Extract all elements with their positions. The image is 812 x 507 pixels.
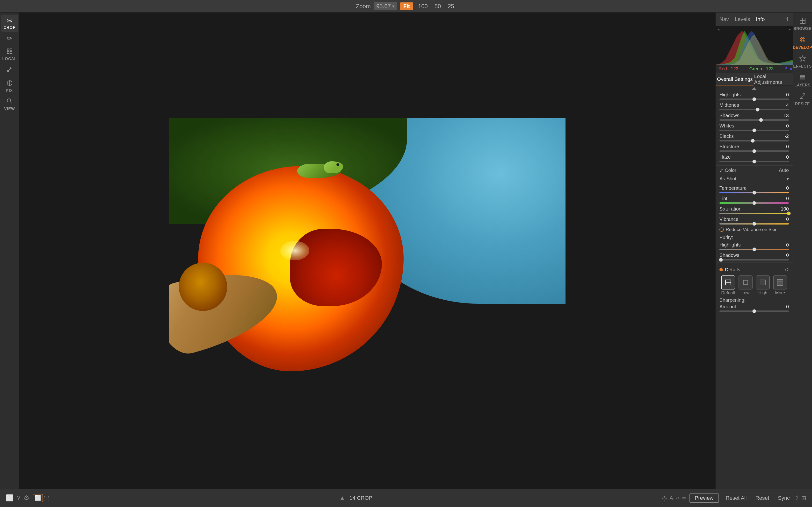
- svg-rect-26: [803, 21, 805, 23]
- sharp-default[interactable]: Default: [721, 276, 735, 295]
- right-icon-browse[interactable]: BROWSE: [794, 15, 811, 33]
- purity-highlights-value: 0: [786, 242, 789, 248]
- structure-track[interactable]: [719, 151, 789, 152]
- haze-thumb[interactable]: [752, 160, 756, 163]
- slider-shadows-row: Shadows 13: [716, 111, 793, 122]
- hist-collapse-right[interactable]: ▸: [789, 27, 791, 32]
- gecko-eye: [337, 163, 339, 166]
- split-view-btn[interactable]: ⬚: [44, 495, 49, 501]
- slider-temperature-header: Temperature 0: [719, 185, 789, 191]
- right-icon-resize[interactable]: RESIZE: [794, 90, 811, 109]
- preview-button[interactable]: Preview: [690, 494, 719, 503]
- right-icon-effects[interactable]: EFFECTS: [794, 53, 811, 71]
- vibrance-track[interactable]: [719, 223, 789, 225]
- tool-eyedropper[interactable]: [1, 64, 18, 77]
- highlights-track[interactable]: [719, 99, 789, 100]
- hist-green-label: Green: [749, 66, 762, 71]
- haze-value: 0: [786, 154, 789, 160]
- hist-red-label: Red: [718, 66, 727, 71]
- tool-brush[interactable]: ✏: [1, 33, 18, 45]
- single-view-btn[interactable]: ⬜: [33, 494, 43, 502]
- haze-track[interactable]: [719, 161, 789, 162]
- sharp-low[interactable]: Low: [739, 276, 753, 295]
- capture-icon[interactable]: ◎: [662, 495, 667, 501]
- bottom-help-icon[interactable]: ?: [17, 494, 20, 502]
- temperature-track[interactable]: [719, 192, 789, 193]
- reset-all-button[interactable]: Reset All: [723, 494, 750, 502]
- color-auto-button[interactable]: Auto: [779, 168, 789, 173]
- zoom-value[interactable]: 95.67 ▾: [373, 2, 397, 10]
- whites-thumb[interactable]: [752, 128, 756, 132]
- vibrance-thumb[interactable]: [752, 222, 756, 226]
- tool-fix[interactable]: FIX: [1, 78, 18, 95]
- share-icon[interactable]: ⊞: [801, 495, 806, 501]
- saturation-track[interactable]: [719, 213, 789, 214]
- blacks-track[interactable]: [719, 140, 789, 142]
- pencil-small-icon[interactable]: ✏: [682, 495, 687, 501]
- tool-crop[interactable]: ✂ CROP: [1, 15, 18, 32]
- blacks-thumb[interactable]: [751, 139, 755, 143]
- circle-icon[interactable]: ○: [676, 495, 679, 501]
- hist-collapse-left[interactable]: ◂: [717, 27, 719, 32]
- tool-view[interactable]: VIEW: [1, 96, 18, 113]
- right-panel: Nav Levels Info ⇅ ◂ ▸ Red: [715, 12, 793, 489]
- tab-local-adjustments[interactable]: Local Adjustments: [754, 73, 793, 86]
- tab-nav[interactable]: Nav: [719, 15, 729, 23]
- shadows-track[interactable]: [719, 119, 789, 121]
- browse-icon: [799, 17, 806, 26]
- purity-shadows-track[interactable]: [719, 259, 789, 261]
- tint-thumb[interactable]: [752, 201, 756, 205]
- reduce-vibrance-checkbox[interactable]: [719, 227, 724, 232]
- temperature-thumb[interactable]: [752, 191, 756, 194]
- right-icon-develop[interactable]: DEVELOP: [794, 34, 811, 52]
- svg-rect-0: [7, 49, 9, 51]
- top-bar: Zoom 95.67 ▾ Fit 100 50 25: [0, 0, 812, 12]
- highlights-thumb[interactable]: [752, 97, 756, 101]
- right-icon-layers[interactable]: LAYERS: [794, 71, 811, 90]
- sharp-more[interactable]: More: [773, 276, 787, 295]
- amount-thumb[interactable]: [752, 309, 756, 313]
- saturation-thumb[interactable]: [787, 212, 791, 215]
- fruit-small: [179, 263, 227, 311]
- slider-blacks-header: Blacks -2: [719, 133, 789, 139]
- midtones-thumb[interactable]: [756, 108, 760, 112]
- zoom-dropdown-arrow[interactable]: ▾: [392, 4, 394, 9]
- tool-local[interactable]: LOCAL: [1, 46, 18, 63]
- svg-rect-25: [800, 21, 802, 23]
- purity-highlights-track[interactable]: [719, 249, 789, 250]
- sliders-area: Highlights 0 Midtones 4: [716, 86, 793, 489]
- sharp-more-box: [773, 276, 787, 289]
- tab-info[interactable]: Info: [756, 15, 765, 23]
- reset-button[interactable]: Reset: [753, 494, 772, 502]
- tab-levels[interactable]: Levels: [735, 15, 750, 23]
- midtones-track[interactable]: [719, 109, 789, 110]
- bottom-settings-icon[interactable]: ⚙: [24, 494, 29, 502]
- amount-track[interactable]: [719, 311, 789, 312]
- whites-label: Whites: [719, 123, 734, 129]
- canvas-area[interactable]: [19, 12, 715, 489]
- bottom-center-controls: ▲ 14 CROP: [339, 494, 372, 502]
- shadows-thumb[interactable]: [759, 118, 763, 122]
- sharp-high[interactable]: High: [756, 276, 770, 295]
- tint-track[interactable]: [719, 202, 789, 204]
- bottom-expand-icon[interactable]: ▲: [339, 494, 346, 502]
- crop-count-label: 14 CROP: [349, 495, 372, 501]
- vibrance-value: 0: [786, 217, 789, 222]
- zoom-50[interactable]: 50: [433, 3, 443, 10]
- as-shot-dropdown[interactable]: ▾: [786, 176, 789, 181]
- whites-track[interactable]: [719, 130, 789, 131]
- purity-highlights-thumb[interactable]: [752, 247, 756, 251]
- zoom-100[interactable]: 100: [416, 3, 430, 10]
- purity-shadows-thumb[interactable]: [719, 258, 723, 262]
- sync-button[interactable]: Sync: [775, 494, 793, 502]
- tint-label: Tint: [719, 196, 727, 201]
- export-icon[interactable]: ⤴: [796, 495, 799, 501]
- zoom-25[interactable]: 25: [446, 3, 456, 10]
- zoom-fit-button[interactable]: Fit: [400, 2, 413, 10]
- bottom-layout-icon[interactable]: ⬜: [6, 494, 13, 502]
- structure-thumb[interactable]: [752, 149, 756, 153]
- letter-a-icon[interactable]: A: [670, 495, 673, 501]
- details-reset-icon[interactable]: ↺: [785, 267, 789, 273]
- panel-arrows-icon[interactable]: ⇅: [785, 16, 789, 22]
- tab-overall-settings[interactable]: Overall Settings: [716, 73, 754, 86]
